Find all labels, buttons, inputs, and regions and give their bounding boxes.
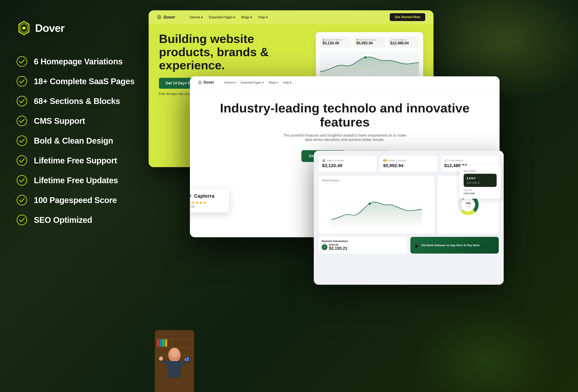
svg-point-9 xyxy=(17,175,27,185)
s1-stat-2: 💳 Monthly Commute $5,992.94 xyxy=(354,36,385,48)
s1-logo: Dover xyxy=(157,15,175,20)
s3-card-name: ZANY xyxy=(467,176,494,180)
check-icon-1 xyxy=(16,56,27,67)
s2-navbar: Dover Demos ▾ Essential Pages ▾ Blogs ▾ … xyxy=(190,76,500,89)
s3-stat-label-3: 📈 Invest Balance xyxy=(444,159,495,162)
svg-rect-36 xyxy=(165,339,167,347)
svg-point-14 xyxy=(364,56,366,58)
s1-nav-links: Demos ▾ Essential Pages ▾ Blogs ▾ Help ▾ xyxy=(190,15,268,19)
svg-point-19 xyxy=(369,203,371,205)
feature-item-4: CMS Support xyxy=(16,116,144,126)
feature-text-9: SEO Optimized xyxy=(34,216,92,225)
s2-nav-demos[interactable]: Demos ▾ xyxy=(224,81,236,84)
feature-item-2: 18+ Complete SaaS Pages xyxy=(16,76,144,87)
s3-payment-amount: $2,193.21 xyxy=(329,246,347,251)
capterra-icon xyxy=(190,194,193,198)
svg-point-7 xyxy=(17,136,27,146)
s2-nav-help[interactable]: Help ▾ xyxy=(283,81,291,84)
logo-text: Dover xyxy=(35,22,64,34)
check-icon-3 xyxy=(16,96,27,106)
s1-stat-value-3: $12,488.04 xyxy=(390,41,417,45)
svg-point-13 xyxy=(158,16,160,18)
check-icon-6 xyxy=(16,155,27,166)
s1-stat-label-1: 🏦 Salary Per Month xyxy=(322,39,349,41)
svg-text:73%: 73% xyxy=(466,202,471,205)
s3-stat-label-1: 🏦 Salary Per Month xyxy=(322,159,373,162)
svg-point-2 xyxy=(22,26,26,30)
features-list: 6 Homepage Variations 18+ Complete SaaS … xyxy=(16,56,144,225)
capterra-stars: ★★★★★ xyxy=(190,200,225,205)
s3-card-zany: ZANY 1101 2001 87 xyxy=(464,174,497,187)
s3-line-chart xyxy=(322,183,431,229)
s1-stat-value-2: $5,992.94 xyxy=(356,41,383,45)
capterra-name: Capterra xyxy=(194,193,214,199)
s1-nav-essential[interactable]: Essential Pages ▾ xyxy=(209,15,235,19)
s2-logo-area: Dover xyxy=(198,80,214,85)
feature-text-2: 18+ Complete SaaS Pages xyxy=(34,77,135,86)
feature-item-3: 68+ Sections & Blocks xyxy=(16,96,144,106)
feature-item-6: Lifetime Free Support xyxy=(16,155,144,166)
check-icon-9 xyxy=(16,215,27,225)
s3-stat-value-1: $3,120.49 xyxy=(322,163,373,168)
logo-area: Dover xyxy=(16,21,144,36)
s1-get-started-button[interactable]: Get Started Now xyxy=(390,13,425,21)
s3-payment-card: Payment Transactions D Dover.AI $2,193.2… xyxy=(319,237,407,254)
s3-chart-title: Report Expense xyxy=(322,179,431,181)
s1-logo-text: Dover xyxy=(163,15,175,20)
svg-point-5 xyxy=(17,96,27,106)
s3-sidebar-card: Your Cards ZANY 1101 2001 87 Card Info C… xyxy=(460,166,501,199)
s1-headline: Building website products, brands & expe… xyxy=(159,32,308,72)
capterra-badge: Capterra ★★★★★ 4.7/5 xyxy=(190,189,229,213)
s3-app-store-banner: 📱 Get Bank Aldouser on App Store & Play … xyxy=(410,237,499,254)
svg-rect-45 xyxy=(186,357,189,361)
s3-stat-label-2: 💳 Monthly Commute xyxy=(383,159,434,162)
svg-point-16 xyxy=(200,82,200,83)
s3-card-info-label: Card Info xyxy=(464,189,497,191)
s3-phone-icon: 📱 xyxy=(413,242,420,248)
s2-nav-blogs[interactable]: Blogs ▾ xyxy=(269,81,278,84)
s3-stat-2: 💳 Monthly Commute $5,992.94 xyxy=(380,156,438,172)
left-panel: Dover 6 Homepage Variations 18+ Complete… xyxy=(16,16,144,392)
svg-point-11 xyxy=(17,215,27,225)
s1-chart xyxy=(320,51,419,80)
svg-point-42 xyxy=(159,356,163,361)
svg-rect-38 xyxy=(168,361,181,378)
dover-logo-icon xyxy=(16,21,31,36)
s3-stat-value-2: $5,992.94 xyxy=(383,163,434,168)
s3-card-limits-label: Card Limits xyxy=(464,192,475,195)
s1-stats-row: 🏦 Salary Per Month $3,120.49 💳 Monthly C… xyxy=(320,36,419,48)
s3-main-chart: Report Expense xyxy=(319,176,434,234)
capterra-rating: 4.7/5 xyxy=(190,205,225,208)
screenshot-dashboard: 🏦 Salary Per Month $3,120.49 💳 Monthly C… xyxy=(314,151,504,285)
check-icon-2 xyxy=(16,76,27,87)
s3-chart-section: Report Expense xyxy=(319,176,499,234)
feature-item-9: SEO Optimized xyxy=(16,215,144,225)
s1-stat-value-1: $3,120.49 xyxy=(322,41,349,45)
s1-nav-demos[interactable]: Demos ▾ xyxy=(190,15,203,19)
s3-dashboard-content: 🏦 Salary Per Month $3,120.49 💳 Monthly C… xyxy=(314,151,504,285)
s3-app-store-text: Get Bank Aldouser on App Store & Play St… xyxy=(422,244,480,247)
feature-item-7: Lifetime Free Updates xyxy=(16,175,144,186)
s3-payment-title: Payment Transactions xyxy=(322,240,404,243)
svg-point-8 xyxy=(17,156,27,166)
s1-nav-blogs[interactable]: Blogs ▾ xyxy=(241,15,252,19)
svg-point-10 xyxy=(17,195,27,205)
svg-point-4 xyxy=(17,76,27,86)
right-panel: Dover Demos ▾ Essential Pages ▾ Blogs ▾ … xyxy=(144,16,578,392)
feature-text-7: Lifetime Free Updates xyxy=(34,176,118,185)
s3-your-cards-title: Your Cards xyxy=(464,170,497,172)
feature-item-5: Bold & Clean Design xyxy=(16,135,144,146)
s1-nav-help[interactable]: Help ▾ xyxy=(258,15,268,19)
svg-point-3 xyxy=(17,56,27,66)
s1-stat-label-2: 💳 Monthly Commute xyxy=(356,39,383,41)
feature-text-4: CMS Support xyxy=(34,116,85,126)
s2-nav-essential[interactable]: Essential Pages ▾ xyxy=(241,81,264,84)
s3-card-numbers: 1101 2001 87 xyxy=(467,181,494,184)
svg-point-6 xyxy=(17,116,27,126)
check-icon-8 xyxy=(16,195,27,206)
s3-payment-info: Dover.AI $2,193.21 xyxy=(329,243,347,251)
s2-logo-icon xyxy=(198,81,202,84)
s2-subtext: The powerful features and insightful ana… xyxy=(283,133,407,142)
s3-payment-row: D Dover.AI $2,193.21 xyxy=(322,243,404,251)
s2-headline: Industry-leading technolo and innovative… xyxy=(202,101,487,129)
